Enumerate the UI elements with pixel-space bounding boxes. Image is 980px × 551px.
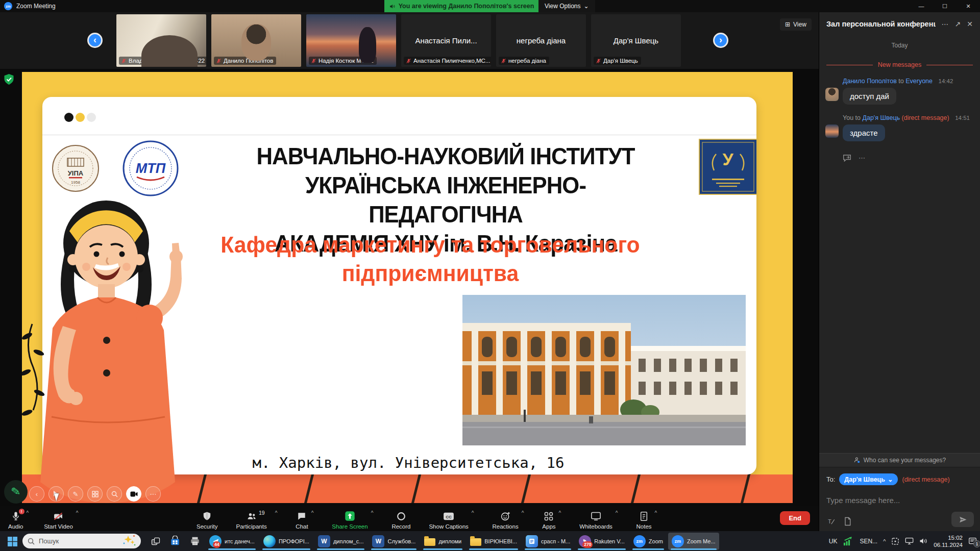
taskbar-search[interactable]: Пошук [22,534,141,548]
start-button[interactable] [6,535,18,547]
chat-close-button[interactable]: ✕ [967,20,973,28]
audio-options-chevron[interactable]: ^ [26,510,29,516]
video-tile[interactable]: Надія Костюк МТ-22 [306,14,396,67]
mtp-department-logo: МТП [122,140,179,196]
whiteboards-button[interactable]: Whiteboards [579,508,612,530]
notification-center-button[interactable]: 1 [968,537,977,545]
to-label: To: [826,475,835,483]
slide-address: м. Харків, вул. Університетська, 16 [189,454,628,471]
minimize-button[interactable]: — [910,0,933,12]
filmstrip-prev-button[interactable]: ‹ [87,33,103,48]
whiteboard-icon [591,511,601,521]
reactions-button[interactable]: Reactions [493,508,519,530]
share-chevron[interactable]: ^ [371,510,374,516]
participants-button[interactable]: 19 Participants [236,508,267,530]
task-view-button[interactable] [147,533,164,550]
reply-icon[interactable] [843,154,851,162]
recipient-selector[interactable]: Дар'я Швець ⌄ [839,473,898,485]
open-indicator [578,548,626,550]
audio-button[interactable]: ! Audio [8,508,23,530]
close-button[interactable]: ✕ [957,0,980,12]
sens-label[interactable]: SEN... [860,538,877,545]
notes-button[interactable]: Notes [636,508,652,530]
taskbar-app-word-2[interactable]: W Службов... [369,533,419,550]
send-message-button[interactable] [951,512,974,527]
share-screen-button[interactable]: Share Screen [332,508,368,530]
chat-bubble-icon [297,511,307,521]
taskbar-app-zoom-meeting[interactable]: zm Zoom Me... [668,533,719,550]
taskbar-app-telegram[interactable]: 44 итс данеч... [206,533,258,550]
apps-chevron[interactable]: ^ [559,510,561,516]
taskbar-app-edge[interactable]: ПРОФОРІ... [260,533,313,550]
video-tile[interactable]: Анастасія Пили... Анастасія Пилипченко,М… [401,14,491,67]
taskbar-app-word-1[interactable]: W диплом_с... [314,533,368,550]
draw-tool-button[interactable]: ✎ [68,486,83,502]
language-indicator[interactable]: UK [829,538,838,545]
edge-icon [263,535,276,547]
record-button[interactable]: Record [391,508,410,530]
chat-chevron[interactable]: ^ [311,510,314,516]
sens-chart-icon[interactable] [843,536,854,546]
chat-more-button[interactable]: ⋯ [942,20,949,28]
whiteboards-chevron[interactable]: ^ [616,510,618,516]
more-controls-button[interactable]: ⋯ [145,486,161,502]
printer-app-button[interactable] [186,533,204,550]
message-bubble[interactable]: доступ дай [843,88,896,105]
more-actions-icon[interactable]: ⋯ [859,154,865,162]
arrow-left-icon: ‹ [93,35,96,44]
view-options-button[interactable]: View Options ⌄ [538,0,595,12]
svg-text:УІПА: УІПА [68,169,84,177]
camera-control-button[interactable] [126,486,141,502]
zoom-tool-button[interactable] [107,486,122,502]
pointer-tool-button[interactable] [48,486,64,502]
chat-popout-button[interactable]: ↗ [955,20,961,28]
format-text-button[interactable]: T [826,517,836,526]
taskbar-app-zoom[interactable]: zm Zoom [630,533,667,550]
taskbar-clock[interactable]: 15:02 06.11.2024 [934,534,963,548]
maximize-button[interactable]: ☐ [933,0,957,12]
video-tile[interactable]: Данило Пополітов [211,14,301,67]
taskbar-app-viber[interactable]: 270 Rakuten V... [575,533,628,550]
tray-expand-chevron[interactable]: ^ [883,538,886,544]
security-button[interactable]: Security [197,508,218,530]
avatar[interactable] [825,88,839,101]
end-meeting-button[interactable]: End [780,511,810,525]
prev-slide-button[interactable]: ‹ [29,486,44,502]
network-tray-icon[interactable] [905,537,914,545]
notes-icon [640,511,648,521]
chat-message-input[interactable] [826,496,973,505]
privacy-note[interactable]: Who can see your messages? [819,453,980,467]
filmstrip-next-button[interactable]: › [713,33,728,48]
video-options-chevron[interactable]: ^ [76,510,79,516]
participants-chevron[interactable]: ^ [275,510,278,516]
start-video-button[interactable]: Start Video [44,508,73,530]
reactions-chevron[interactable]: ^ [522,510,524,516]
taskbar-app-folder-2[interactable]: ВІРЮНЕВІ... [467,533,521,550]
attach-file-button[interactable] [844,517,851,526]
notes-chevron[interactable]: ^ [655,510,657,516]
zoom-meeting-window: zm Zoom Meeting You are viewing Данило П… [0,0,980,551]
view-layout-button[interactable]: ⊞View [780,18,812,31]
message-bubble[interactable]: здрасте [843,124,885,141]
taskbar-app-folder-1[interactable]: дипломи [421,533,465,550]
video-tile[interactable]: Владислав Ковальов МТ-22 [116,14,206,67]
mic-muted-icon [406,58,411,64]
apps-button[interactable]: Apps [542,508,555,530]
clock-date: 06.11.2024 [934,541,963,548]
microsoft-store-button[interactable] [166,533,184,550]
video-tile[interactable]: негреба діана негреба діана [496,14,586,67]
taskbar-app-srasp[interactable]: срасп - M... [522,533,574,550]
chevron-down-icon: ⌄ [583,3,589,10]
slide-grid-button[interactable] [87,486,103,502]
direct-message-tag: (direct message) [902,476,949,483]
video-tile[interactable]: Дар'я Швець Дар'я Швець [591,14,681,67]
chat-button[interactable]: Chat [296,508,308,530]
svg-text:У: У [722,149,733,169]
show-captions-button[interactable]: CC Show Captions [429,508,468,530]
captions-chevron[interactable]: ^ [472,510,474,516]
speaker-tray-icon[interactable] [919,537,928,545]
snip-tray-icon[interactable] [891,537,899,545]
avatar[interactable] [825,124,839,138]
system-tray: UK SEN... ^ 15:02 06.11.2024 1 [829,531,977,551]
khnu-crest-logo: У [699,139,757,195]
